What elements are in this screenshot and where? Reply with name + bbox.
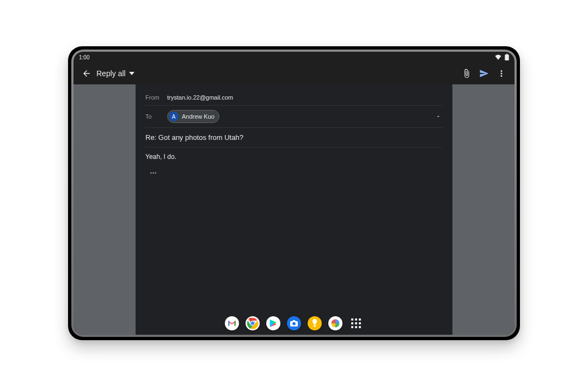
- back-button[interactable]: [78, 65, 95, 82]
- right-gutter: [452, 84, 514, 335]
- dock-camera[interactable]: [287, 316, 301, 330]
- from-value: trystan.io.22@gmail.com: [167, 94, 233, 101]
- subject-text: Re: Got any photos from Utah?: [145, 133, 243, 142]
- from-row[interactable]: From trystan.io.22@gmail.com: [145, 90, 443, 106]
- left-gutter: [74, 84, 136, 335]
- dock-photos[interactable]: [328, 316, 342, 330]
- arrow-back-icon: [82, 69, 91, 78]
- tablet-bezel: 1:00 Reply all: [71, 50, 517, 337]
- recipient-name: Andrew Kuo: [182, 113, 215, 120]
- dock-all-apps[interactable]: [349, 316, 363, 330]
- send-icon: [479, 69, 489, 78]
- compose-pane: From trystan.io.22@gmail.com To A Andrew…: [136, 84, 452, 335]
- recipient-chip[interactable]: A Andrew Kuo: [167, 110, 219, 123]
- dock-gmail[interactable]: [225, 316, 239, 330]
- play-store-icon: [270, 319, 277, 328]
- attachment-icon: [462, 69, 471, 78]
- arrow-dropdown-icon: [129, 71, 134, 76]
- reply-mode-dropdown[interactable]: [126, 65, 138, 82]
- dock-play-store[interactable]: [266, 316, 280, 330]
- to-label: To: [145, 113, 167, 120]
- dock: [225, 316, 363, 330]
- status-icons: [495, 54, 509, 60]
- appbar-title: Reply all: [96, 69, 126, 78]
- status-time: 1:00: [79, 54, 89, 60]
- attach-button[interactable]: [458, 65, 475, 82]
- chrome-icon: [247, 317, 259, 329]
- content-area: From trystan.io.22@gmail.com To A Andrew…: [74, 84, 514, 335]
- camera-icon: [290, 320, 298, 327]
- expand-recipients-button[interactable]: [434, 113, 443, 120]
- gmail-icon: [228, 320, 236, 327]
- body-field[interactable]: Yeah, I do.: [145, 148, 443, 166]
- tablet-frame: 1:00 Reply all: [68, 46, 520, 340]
- screen: 1:00 Reply all: [74, 52, 514, 335]
- keep-icon: [311, 319, 318, 328]
- wifi-icon: [495, 54, 501, 60]
- battery-icon: [505, 54, 509, 60]
- photos-icon: [330, 318, 340, 328]
- chevron-down-icon: [435, 113, 442, 120]
- dock-chrome[interactable]: [246, 316, 260, 330]
- subject-field[interactable]: Re: Got any photos from Utah?: [145, 128, 443, 148]
- app-bar: Reply all: [74, 63, 514, 84]
- dock-keep[interactable]: [308, 316, 322, 330]
- more-options-button[interactable]: [493, 65, 510, 82]
- recipient-avatar: A: [169, 112, 179, 121]
- status-bar: 1:00: [74, 52, 514, 63]
- show-quoted-text-button[interactable]: •••: [145, 169, 162, 177]
- more-vert-icon: [497, 69, 506, 78]
- send-button[interactable]: [475, 65, 493, 82]
- body-text: Yeah, I do.: [145, 153, 176, 161]
- from-label: From: [145, 94, 167, 101]
- to-row[interactable]: To A Andrew Kuo: [145, 106, 443, 128]
